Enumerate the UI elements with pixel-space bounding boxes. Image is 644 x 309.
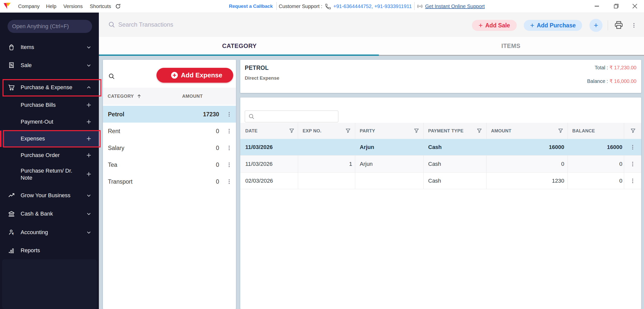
svg-text:₹: ₹	[12, 232, 14, 235]
